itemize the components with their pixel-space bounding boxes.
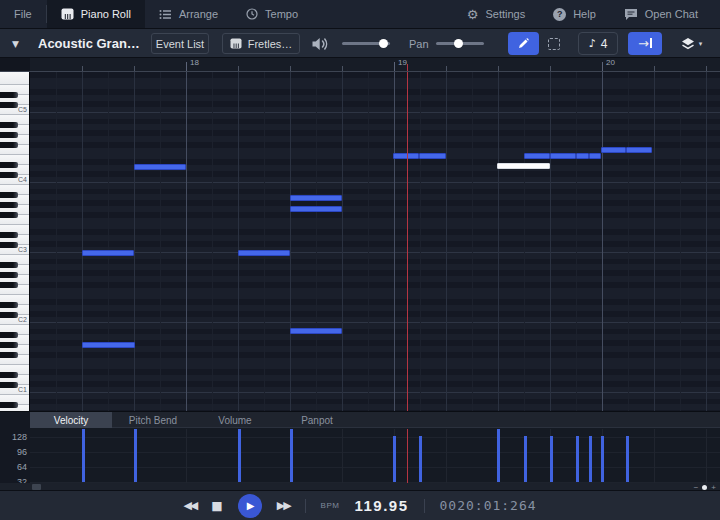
piano-key-black[interactable] — [0, 132, 18, 138]
piano-key-black[interactable] — [0, 372, 18, 378]
volume-slider-knob[interactable] — [379, 39, 388, 48]
beat-gridline — [238, 72, 239, 411]
piano-key-black[interactable] — [0, 212, 18, 218]
velocity-bar[interactable] — [524, 436, 527, 482]
midi-note[interactable] — [134, 164, 186, 170]
tab-velocity[interactable]: Velocity — [30, 412, 112, 428]
midi-note[interactable] — [524, 153, 550, 159]
midi-note[interactable] — [497, 163, 550, 169]
rewind-button[interactable]: ◀◀ — [183, 499, 196, 512]
piano-key-black[interactable] — [0, 382, 18, 388]
midi-note[interactable] — [238, 250, 290, 256]
tab-piano-roll[interactable]: Piano Roll — [47, 0, 145, 28]
pan-slider-knob[interactable] — [454, 39, 463, 48]
piano-key-black[interactable] — [0, 352, 18, 358]
play-button[interactable]: ▶ — [238, 494, 262, 518]
velocity-bar[interactable] — [134, 429, 137, 482]
note-grid[interactable] — [30, 72, 720, 411]
piano-key-black[interactable] — [0, 192, 18, 198]
piano-key-black[interactable] — [0, 342, 18, 348]
settings-button[interactable]: ⚙ Settings — [453, 0, 539, 28]
go-to-playhead-button[interactable]: → — [628, 32, 662, 55]
measure-ruler[interactable]: 181920 — [30, 58, 720, 72]
velocity-lane[interactable] — [30, 429, 720, 483]
note-value-control[interactable]: ♪ 4 — [578, 32, 618, 55]
tab-arrange[interactable]: Arrange — [145, 0, 232, 28]
piano-key-black[interactable] — [0, 332, 18, 338]
midi-note[interactable] — [82, 250, 134, 256]
velocity-bar[interactable] — [626, 436, 629, 482]
pencil-tool-button[interactable] — [508, 32, 539, 55]
piano-key-black[interactable] — [0, 262, 18, 268]
track-select-button[interactable]: Fretles… — [222, 33, 300, 54]
event-list-button[interactable]: Event List — [151, 33, 209, 54]
tab-pitch-bend[interactable]: Pitch Bend — [112, 412, 194, 428]
piano-key-black[interactable] — [0, 312, 18, 318]
piano-key-black[interactable] — [0, 102, 18, 108]
midi-note[interactable] — [290, 206, 342, 212]
midi-note[interactable] — [589, 153, 601, 159]
velocity-bar[interactable] — [589, 436, 592, 482]
piano-key-black[interactable] — [0, 202, 18, 208]
piano-key-black[interactable] — [0, 142, 18, 148]
volume-icon-button[interactable] — [311, 29, 329, 58]
piano-key-black[interactable] — [0, 272, 18, 278]
piano-key-black[interactable] — [0, 232, 18, 238]
midi-note[interactable] — [576, 153, 589, 159]
piano-key-black[interactable] — [0, 242, 18, 248]
instrument-selector[interactable]: ▼ — [12, 29, 19, 58]
piano-keyboard: C5C4C3C2C1 — [0, 72, 30, 411]
midi-note[interactable] — [626, 147, 652, 153]
piano-key-black[interactable] — [0, 162, 18, 168]
velocity-bar[interactable] — [576, 436, 579, 482]
velocity-bar[interactable] — [393, 436, 396, 482]
velocity-bar[interactable] — [601, 436, 604, 482]
midi-note[interactable] — [550, 153, 576, 159]
midi-note[interactable] — [290, 195, 342, 201]
transport-divider — [305, 499, 306, 513]
playhead — [407, 72, 408, 411]
midi-note[interactable] — [393, 153, 419, 159]
measure-number: 19 — [398, 58, 407, 67]
beat-tick — [446, 66, 447, 71]
tab-tempo[interactable]: Tempo — [232, 0, 312, 28]
midi-note[interactable] — [290, 328, 342, 334]
stop-button[interactable]: ■ — [211, 499, 222, 513]
midi-note[interactable] — [601, 147, 626, 153]
layers-button[interactable]: ▾ — [671, 32, 711, 55]
midi-note[interactable] — [419, 153, 446, 159]
pan-slider[interactable] — [436, 42, 484, 45]
velocity-bar[interactable] — [82, 429, 85, 482]
velocity-bar[interactable] — [550, 436, 553, 482]
fast-forward-button[interactable]: ▶▶ — [277, 499, 290, 512]
zoom-slider-handle[interactable] — [702, 485, 707, 490]
piano-key-black[interactable] — [0, 122, 18, 128]
piano-key-black[interactable] — [0, 172, 18, 178]
piano-key-black[interactable] — [0, 282, 18, 288]
help-button[interactable]: ? Help — [539, 0, 610, 28]
piano-key-white[interactable] — [0, 72, 29, 85]
piano-key-black[interactable] — [0, 92, 18, 98]
volume-slider[interactable] — [342, 42, 390, 45]
measure-tick — [394, 62, 395, 71]
measure-gridline — [186, 72, 187, 411]
bpm-value[interactable]: 119.95 — [354, 497, 408, 514]
velocity-bar[interactable] — [419, 436, 422, 482]
chevron-down-icon: ▼ — [12, 39, 19, 49]
eighth-gridline — [316, 72, 317, 411]
velocity-bar[interactable] — [497, 429, 500, 482]
tab-panpot[interactable]: Panpot — [276, 412, 358, 428]
eighth-gridline — [212, 72, 213, 411]
piano-key-black[interactable] — [0, 402, 18, 408]
midi-note[interactable] — [82, 342, 135, 348]
file-menu[interactable]: File — [0, 0, 46, 28]
marquee-select-button[interactable] — [541, 32, 566, 55]
velocity-bar[interactable] — [290, 429, 293, 482]
transport-divider — [424, 499, 425, 513]
piano-key-black[interactable] — [0, 302, 18, 308]
open-chat-button[interactable]: Open Chat — [610, 0, 712, 28]
velocity-bar[interactable] — [238, 429, 241, 482]
tab-volume[interactable]: Volume — [194, 412, 276, 428]
controller-tabs: Velocity Pitch Bend Volume Panpot — [30, 412, 720, 428]
instrument-name[interactable]: Acoustic Gran… — [38, 29, 140, 58]
